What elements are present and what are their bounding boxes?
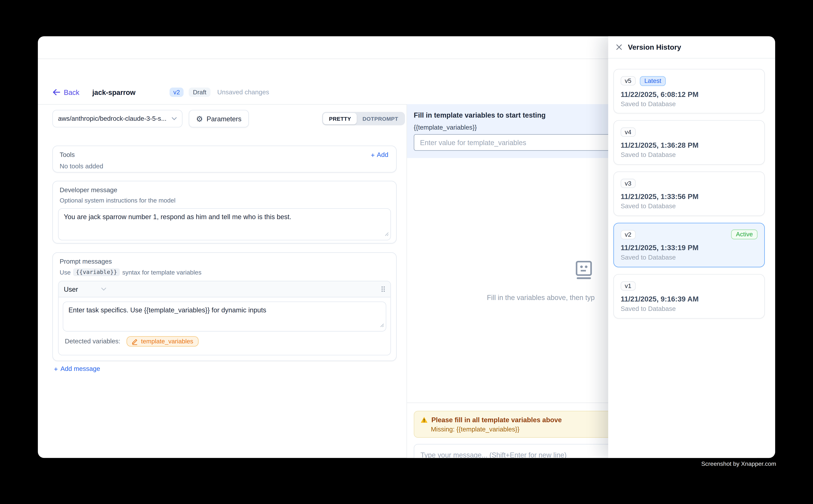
template-variable-name: template_variables bbox=[141, 338, 193, 345]
resize-handle-icon[interactable] bbox=[385, 229, 389, 238]
toggle-option-dotprompt[interactable]: DOTPROMPT bbox=[357, 113, 404, 124]
developer-message-label: Developer message bbox=[60, 186, 391, 194]
add-message-button[interactable]: + Add message bbox=[54, 365, 406, 372]
version-number-badge: v3 bbox=[621, 179, 636, 188]
version-source: Saved to Database bbox=[621, 151, 758, 158]
parameters-label: Parameters bbox=[207, 115, 242, 123]
version-status-badge: Active bbox=[731, 229, 758, 239]
version-number-badge: v5 bbox=[621, 76, 636, 85]
version-number-badge: v1 bbox=[621, 281, 636, 291]
version-card[interactable]: v1 11/21/2025, 9:16:39 AM Saved to Datab… bbox=[614, 274, 765, 318]
version-number-badge: v2 bbox=[621, 230, 636, 239]
developer-message-hint: Optional system instructions for the mod… bbox=[60, 197, 391, 204]
version-list: v5Latest 11/22/2025, 6:08:12 PM Saved to… bbox=[608, 59, 775, 319]
version-card[interactable]: v5Latest 11/22/2025, 6:08:12 PM Saved to… bbox=[614, 69, 765, 113]
version-source: Saved to Database bbox=[621, 305, 758, 312]
back-arrow-icon bbox=[52, 89, 60, 95]
prompt-message-block: User Enter task specifics. Use {{templat… bbox=[58, 281, 391, 355]
message-role-value: User bbox=[64, 285, 78, 293]
add-tool-label: Add bbox=[377, 151, 388, 158]
version-history-panel: Version History v5Latest 11/22/2025, 6:0… bbox=[608, 36, 775, 458]
resize-handle-icon[interactable] bbox=[380, 321, 384, 330]
prompt-editor-panel: aws/anthropic/bedrock-claude-3-5-s... ⚙ … bbox=[38, 104, 407, 458]
tools-label: Tools bbox=[60, 151, 75, 158]
close-icon[interactable] bbox=[616, 44, 622, 50]
version-card[interactable]: v4 11/21/2025, 1:36:28 PM Saved to Datab… bbox=[614, 120, 765, 165]
version-history-header: Version History bbox=[608, 36, 775, 59]
unsaved-changes-text: Unsaved changes bbox=[217, 89, 269, 96]
message-textarea[interactable]: Enter task specifics. Use {{template_var… bbox=[63, 301, 386, 332]
warning-title: Please fill in all template variables ab… bbox=[431, 416, 562, 424]
tools-card: Tools + Add No tools added bbox=[52, 146, 397, 173]
back-button[interactable]: Back bbox=[52, 88, 79, 96]
page-title: jack-sparrow bbox=[92, 88, 136, 96]
add-tool-button[interactable]: + Add bbox=[371, 151, 388, 158]
chevron-down-icon bbox=[172, 117, 177, 120]
screenshot-canvas: Back jack-sparrow v2 Draft Unsaved chang… bbox=[0, 0, 813, 504]
format-toggle: PRETTY DOTPROMPT bbox=[322, 112, 405, 125]
version-source: Saved to Database bbox=[621, 203, 758, 210]
draft-badge: Draft bbox=[188, 88, 211, 97]
back-label: Back bbox=[64, 88, 79, 96]
version-badge: v2 bbox=[169, 88, 183, 97]
robot-face-icon bbox=[573, 260, 594, 282]
version-source: Saved to Database bbox=[621, 100, 758, 108]
template-variable-chip[interactable]: template_variables bbox=[126, 336, 198, 347]
gear-icon: ⚙ bbox=[196, 115, 203, 123]
no-tools-text: No tools added bbox=[60, 163, 391, 170]
developer-message-textarea[interactable]: You are jack sparrow number 1, respond a… bbox=[58, 208, 391, 240]
version-timestamp: 11/22/2025, 6:08:12 PM bbox=[621, 90, 758, 98]
edit-pencil-icon bbox=[132, 338, 138, 345]
prompt-messages-card: Prompt messages Use {{variable}} syntax … bbox=[52, 252, 397, 361]
detected-variables-label: Detected variables: bbox=[65, 338, 120, 345]
version-card[interactable]: v2Active 11/21/2025, 1:33:19 PM Saved to… bbox=[614, 223, 765, 267]
version-number-badge: v4 bbox=[621, 127, 636, 137]
add-message-label: Add message bbox=[60, 365, 100, 372]
version-card[interactable]: v3 11/21/2025, 1:33:56 PM Saved to Datab… bbox=[614, 172, 765, 216]
template-variable-placeholder: Enter value for template_variables bbox=[420, 139, 526, 146]
warning-triangle-icon bbox=[421, 416, 428, 423]
version-timestamp: 11/21/2025, 1:33:19 PM bbox=[621, 244, 758, 252]
toggle-option-pretty[interactable]: PRETTY bbox=[323, 113, 357, 124]
developer-message-card: Developer message Optional system instru… bbox=[52, 181, 397, 244]
prompt-messages-label: Prompt messages bbox=[60, 258, 391, 265]
version-status-badge: Latest bbox=[640, 76, 666, 86]
model-selector[interactable]: aws/anthropic/bedrock-claude-3-5-s... bbox=[52, 110, 182, 127]
variable-syntax-chip: {{variable}} bbox=[73, 268, 120, 276]
version-timestamp: 11/21/2025, 1:33:56 PM bbox=[621, 192, 758, 200]
role-chevron-down-icon[interactable] bbox=[101, 287, 106, 291]
app-window: Back jack-sparrow v2 Draft Unsaved chang… bbox=[38, 36, 775, 458]
model-row: aws/anthropic/bedrock-claude-3-5-s... ⚙ … bbox=[52, 110, 405, 127]
message-role-header: User bbox=[59, 281, 390, 297]
chat-input-placeholder: Type your message... (Shift+Enter for ne… bbox=[421, 451, 567, 458]
prompt-messages-hint: Use {{variable}} syntax for template var… bbox=[60, 268, 391, 276]
empty-state-hint: Fill in the variables above, then typ bbox=[487, 294, 594, 301]
model-selector-value: aws/anthropic/bedrock-claude-3-5-s... bbox=[58, 115, 172, 122]
watermark-text: Screenshot by Xnapper.com bbox=[701, 461, 776, 467]
version-source: Saved to Database bbox=[621, 254, 758, 261]
status-badges: v2 Draft Unsaved changes bbox=[169, 88, 269, 97]
detected-variables-row: Detected variables: template_variables bbox=[65, 336, 386, 347]
parameters-button[interactable]: ⚙ Parameters bbox=[188, 110, 249, 127]
plus-icon: + bbox=[371, 152, 375, 158]
version-timestamp: 11/21/2025, 9:16:39 AM bbox=[621, 295, 758, 303]
version-timestamp: 11/21/2025, 1:36:28 PM bbox=[621, 141, 758, 149]
drag-handle-icon[interactable] bbox=[381, 286, 385, 292]
version-history-title: Version History bbox=[628, 43, 681, 51]
plus-icon: + bbox=[54, 366, 58, 372]
